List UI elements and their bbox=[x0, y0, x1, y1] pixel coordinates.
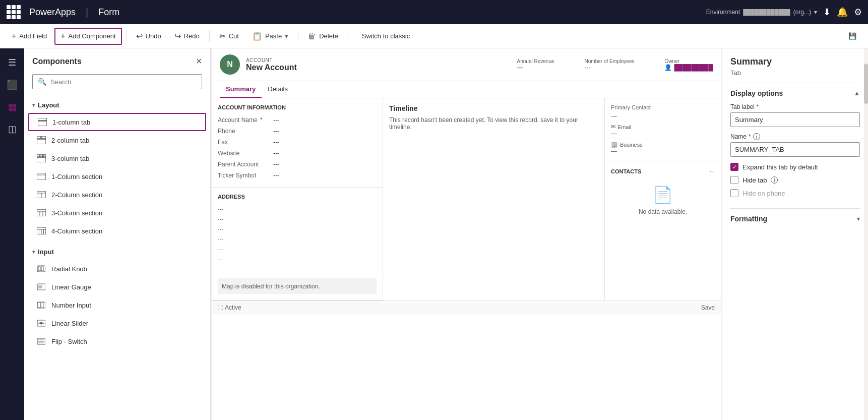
display-options-header[interactable]: Display options ▲ bbox=[730, 89, 860, 97]
tab-summary[interactable]: Summary bbox=[220, 81, 262, 98]
display-options-label: Display options bbox=[730, 89, 783, 97]
hide-phone-checkbox[interactable] bbox=[730, 189, 738, 197]
business-section: 🏢 Business --- bbox=[611, 141, 715, 155]
sidebar-scrollbar-track[interactable] bbox=[864, 48, 868, 420]
paste-button[interactable]: 📋 Paste ▾ bbox=[246, 28, 294, 44]
field-account-name: Account Name * --- bbox=[218, 114, 377, 126]
input-item-linear-gauge[interactable]: Linear Gauge bbox=[24, 278, 210, 296]
4col-section-icon bbox=[36, 226, 46, 236]
address-row-2: --- bbox=[218, 214, 377, 224]
toolbar-separator-4 bbox=[348, 30, 348, 42]
hide-tab-checkbox[interactable] bbox=[730, 176, 738, 184]
timeline-empty-text: This record hasn't been created yet. To … bbox=[389, 116, 598, 131]
cut-button[interactable]: ✂ Cut bbox=[214, 28, 244, 44]
toolbar-separator-2 bbox=[209, 30, 210, 42]
status-save-text[interactable]: Save bbox=[701, 304, 715, 311]
undo-button[interactable]: ↩ Undo bbox=[131, 28, 167, 44]
4col-section-label: 4-Column section bbox=[51, 227, 102, 235]
cut-icon: ✂ bbox=[219, 31, 226, 41]
1col-tab-label: 1-column tab bbox=[52, 118, 90, 126]
bell-icon[interactable]: 🔔 bbox=[837, 7, 848, 18]
tab-label-input[interactable] bbox=[730, 112, 860, 127]
svg-rect-5 bbox=[37, 154, 39, 157]
save-button[interactable]: 💾 bbox=[843, 29, 862, 43]
layout-item-1col-tab[interactable]: 1-column tab bbox=[28, 113, 206, 131]
tab-details[interactable]: Details bbox=[262, 81, 294, 98]
address-row-7: --- bbox=[218, 264, 377, 274]
toolbar-separator-3 bbox=[298, 30, 298, 42]
layout-item-2col-tab[interactable]: 2-column tab bbox=[24, 131, 210, 149]
add-field-label: Add Field bbox=[19, 32, 47, 40]
input-item-number-input[interactable]: Number Input bbox=[24, 296, 210, 314]
field-ticker-symbol: Ticker Symbol --- bbox=[218, 170, 377, 181]
expand-tab-label: Expand this tab by default bbox=[742, 163, 818, 171]
layout-item-3col-tab[interactable]: 3-column tab bbox=[24, 149, 210, 167]
svg-rect-3 bbox=[42, 136, 46, 139]
redo-button[interactable]: ↪ Redo bbox=[169, 28, 205, 44]
name-info-icon[interactable]: i bbox=[753, 133, 760, 140]
svg-rect-14 bbox=[37, 209, 46, 216]
fax-field-value: --- bbox=[273, 139, 279, 146]
3col-tab-icon bbox=[36, 153, 46, 163]
paste-dropdown-icon[interactable]: ▾ bbox=[285, 32, 288, 40]
name-input[interactable] bbox=[730, 142, 860, 157]
delete-button[interactable]: 🗑 Delete bbox=[302, 28, 344, 44]
nav-layers-icon[interactable]: ◫ bbox=[2, 119, 22, 139]
layout-section-header[interactable]: ▾ Layout bbox=[24, 97, 210, 113]
hide-tab-row: Hide tab i bbox=[730, 176, 860, 184]
environment-selector[interactable]: Environment ████████████ (org...) ▾ bbox=[706, 9, 817, 16]
sidebar-close-button[interactable]: ✕ bbox=[196, 56, 202, 66]
field-website: Website --- bbox=[218, 148, 377, 159]
linear-slider-icon bbox=[36, 318, 46, 328]
contacts-no-data-icon: 📄 bbox=[653, 185, 673, 204]
contacts-more-button[interactable]: ··· bbox=[709, 167, 715, 175]
layout-item-3col-section[interactable]: 3-Column section bbox=[24, 204, 210, 222]
form-tabs: Summary Details bbox=[212, 81, 721, 98]
header-fields: Annual Revenue --- Number of Employees -… bbox=[517, 58, 713, 71]
layout-item-4col-section[interactable]: 4-Column section bbox=[24, 222, 210, 240]
form-header: N ACCOUNT New Account Annual Revenue ---… bbox=[212, 48, 721, 81]
svg-rect-28 bbox=[37, 302, 45, 308]
search-input[interactable] bbox=[50, 78, 197, 86]
field-parent-account: Parent Account --- bbox=[218, 159, 377, 170]
sidebar-scrollbar-thumb[interactable] bbox=[864, 64, 868, 104]
redo-icon: ↪ bbox=[174, 31, 181, 41]
layout-item-1col-section[interactable]: 1-Column section bbox=[24, 167, 210, 186]
form-canvas: N ACCOUNT New Account Annual Revenue ---… bbox=[211, 48, 722, 420]
paste-label: Paste bbox=[265, 32, 282, 40]
input-item-radial-knob[interactable]: Radial Knob bbox=[24, 260, 210, 278]
input-section-header[interactable]: ▾ Input bbox=[24, 244, 210, 260]
email-icon: ✉ bbox=[611, 124, 615, 130]
main-layout: ☰ ⬛ ▦ ◫ Components ✕ 🔍 ▾ Layout bbox=[0, 48, 868, 420]
expand-tab-checkbox[interactable] bbox=[730, 163, 738, 171]
env-name-blurred: ████████████ bbox=[743, 9, 790, 15]
phone-field-label: Phone bbox=[218, 128, 273, 135]
name-required: * bbox=[749, 133, 751, 140]
nav-strip: ☰ ⬛ ▦ ◫ bbox=[0, 48, 24, 420]
formatting-header[interactable]: Formatting ▾ bbox=[730, 215, 860, 223]
svg-point-33 bbox=[40, 322, 43, 325]
right-panel: Summary Tab Display options ▲ Tab label … bbox=[722, 48, 868, 420]
waffle-menu[interactable] bbox=[6, 5, 21, 20]
add-field-button[interactable]: + Add Field bbox=[6, 28, 52, 44]
timeline-section: Timeline This record hasn't been created… bbox=[383, 98, 604, 137]
input-item-linear-slider[interactable]: Linear Slider bbox=[24, 314, 210, 332]
email-label: Email bbox=[617, 124, 632, 130]
annual-revenue-value: --- bbox=[517, 64, 554, 71]
redo-label: Redo bbox=[184, 32, 200, 40]
settings-icon[interactable]: ⚙ bbox=[854, 7, 862, 18]
svg-rect-30 bbox=[41, 303, 43, 308]
nav-chart-icon[interactable]: ▦ bbox=[2, 97, 22, 117]
app-name: PowerApps bbox=[29, 7, 76, 18]
nav-hamburger-icon[interactable]: ☰ bbox=[2, 52, 22, 73]
hide-tab-info-icon[interactable]: i bbox=[771, 176, 778, 184]
formatting-section: Formatting ▾ bbox=[722, 209, 868, 235]
switch-classic-button[interactable]: Switch to classic bbox=[356, 29, 415, 43]
add-component-button[interactable]: + Add Component bbox=[54, 28, 121, 45]
display-options-section: Display options ▲ Tab label * Name * i bbox=[722, 83, 868, 208]
nav-home-icon[interactable]: ⬛ bbox=[2, 75, 22, 95]
download-icon[interactable]: ⬇ bbox=[823, 7, 831, 18]
layout-item-2col-section[interactable]: 2-Column section bbox=[24, 186, 210, 204]
input-item-flip-switch[interactable]: Flip - Switch bbox=[24, 332, 210, 350]
svg-rect-24 bbox=[38, 267, 40, 271]
